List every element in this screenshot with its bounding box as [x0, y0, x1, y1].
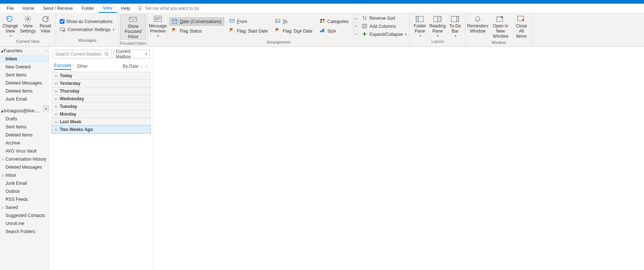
tab-help[interactable]: Help [117, 4, 135, 12]
chevron-down-icon: ◢ [1, 109, 3, 113]
date-group-header[interactable]: ▷Two Weeks Ago [51, 125, 151, 134]
flag-icon [229, 28, 235, 34]
arrange-flag-due-button[interactable]: Flag: Due Date [273, 27, 315, 35]
show-focused-inbox-label: Show Focused Inbox [121, 24, 145, 39]
chevron-down-icon: ▾ [145, 52, 147, 56]
group-window: Reminders Window Open in New Window Clos… [466, 13, 532, 46]
date-group-label: Yesterday [60, 81, 81, 86]
reminders-window-button[interactable]: Reminders Window [467, 14, 488, 39]
folder-scroll-up[interactable]: ▲ [43, 105, 49, 111]
search-input[interactable]: Search Current Mailbox [53, 50, 112, 59]
folder-item[interactable]: ▷Conversation History [0, 155, 49, 163]
folder-item[interactable]: ▷Saved [0, 203, 49, 211]
folder-item[interactable]: RSS Feeds [0, 195, 49, 203]
folder-item[interactable]: ▷Inbox [0, 171, 49, 179]
folder-item-label: Drafts [5, 116, 17, 121]
from-icon [229, 19, 235, 25]
arrange-from-button[interactable]: From [227, 18, 270, 26]
favorites-item[interactable]: Junk Email [0, 95, 49, 103]
account-header[interactable]: ◢triciagoss@live.... [0, 107, 49, 115]
date-group-header[interactable]: ▷Last Week [51, 118, 151, 126]
arrange-flag-status-button[interactable]: Flag Status [170, 27, 224, 35]
arrange-to-button[interactable]: To [273, 18, 315, 26]
reverse-sort-icon [362, 15, 368, 21]
message-preview-button[interactable]: Message Preview▾ [148, 14, 168, 38]
folder-item[interactable]: Junk Email [0, 179, 49, 187]
date-group-header[interactable]: ▷Today [51, 72, 151, 80]
focused-tab[interactable]: Focused [54, 63, 71, 70]
arrangement-gallery-scroll[interactable]: ▲ ▼ ▾ [353, 14, 358, 38]
svg-rect-13 [320, 19, 322, 20]
tab-file[interactable]: File [2, 4, 18, 12]
date-group-label: Last Week [60, 119, 81, 124]
date-group-header[interactable]: ▷Thursday [51, 87, 151, 95]
reverse-sort-button[interactable]: Reverse Sort [360, 14, 410, 22]
scroll-up-icon[interactable]: ▲ [354, 15, 358, 23]
show-focused-inbox-button[interactable]: Show Focused Inbox [120, 14, 146, 40]
folder-item[interactable]: AVG Virus Vault [0, 147, 49, 155]
scroll-more-icon[interactable]: ▾ [354, 30, 358, 38]
chevron-right-icon: ▷ [55, 74, 58, 78]
arrange-categories-button[interactable]: Categories [318, 18, 351, 26]
tab-view[interactable]: View [99, 4, 117, 13]
change-view-button[interactable]: Change View▾ [1, 14, 19, 38]
favorites-header[interactable]: ◢Favorites [0, 47, 49, 55]
folder-item[interactable]: Drafts [0, 115, 49, 123]
show-as-conversations-input[interactable] [60, 19, 64, 24]
workspace: ‹ ◢Favorites InboxNew DeletedSent ItemsD… [0, 47, 644, 270]
chevron-right-icon: ▷ [55, 97, 58, 101]
favorites-item[interactable]: Sent Items [0, 71, 49, 79]
chevron-right-icon: ▷ [2, 174, 5, 177]
arrange-size-button[interactable]: Size [318, 27, 351, 35]
flag-icon [275, 28, 281, 34]
folder-item[interactable]: Search Folders [0, 228, 49, 236]
chevron-right-icon: ▷ [2, 158, 5, 161]
date-group-header[interactable]: ▷Yesterday [51, 79, 151, 87]
other-tab[interactable]: Other [77, 64, 88, 69]
folder-item[interactable]: Unroll.me [0, 220, 49, 228]
scroll-down-icon[interactable]: ▼ [354, 23, 358, 31]
sort-by-button[interactable]: By Date ⌄ [123, 64, 143, 69]
folder-pane: ‹ ◢Favorites InboxNew DeletedSent ItemsD… [0, 47, 49, 270]
arrange-flag-start-button[interactable]: Flag: Start Date [227, 27, 270, 35]
tab-send-receive[interactable]: Send / Receive [38, 4, 77, 12]
folder-item[interactable]: Archive [0, 139, 49, 147]
reading-pane-button[interactable]: Reading Pane▾ [429, 14, 446, 38]
tab-folder[interactable]: Folder [77, 4, 99, 12]
folder-item[interactable]: Deleted Items [0, 131, 49, 139]
show-as-conversations-checkbox[interactable]: Show as Conversations [58, 18, 117, 26]
folder-item[interactable]: Sent Items [0, 123, 49, 131]
folder-item-label: RSS Feeds [5, 197, 28, 202]
focused-inbox-icon [129, 15, 137, 23]
date-group-header[interactable]: ▷Wednesday [51, 95, 151, 103]
search-scope-dropdown[interactable]: Current Mailbox ▾ [113, 50, 150, 59]
sort-direction-button[interactable]: ↓ [145, 64, 148, 69]
arrange-date-button[interactable]: DDate (Conversations)ate (Conversations) [170, 18, 224, 26]
collapse-folder-pane-button[interactable]: ‹ [46, 48, 47, 53]
close-all-items-button[interactable]: Close All Items [512, 14, 530, 39]
date-group-header[interactable]: ▷Tuesday [51, 102, 151, 110]
todo-bar-button[interactable]: To-Do Bar▾ [446, 14, 464, 38]
favorites-item[interactable]: Deleted Items [0, 87, 49, 95]
tell-me-box[interactable]: Tell me what you want to do [137, 6, 199, 11]
date-group-header[interactable]: ▷Monday [51, 110, 151, 118]
favorites-item[interactable]: Deleted Messages [0, 79, 49, 87]
reset-view-button[interactable]: Reset View [37, 14, 54, 38]
conversation-settings-button[interactable]: Conversation Settings▾ [58, 26, 117, 34]
expand-collapse-button[interactable]: Expand/Collapse▾ [360, 30, 410, 38]
favorites-item[interactable]: Inbox [0, 55, 49, 63]
svg-rect-20 [362, 24, 367, 28]
folder-item[interactable]: Suggested Contacts [0, 211, 49, 220]
change-view-label: Change View [2, 24, 18, 34]
folder-item[interactable]: Outbox [0, 187, 49, 195]
group-title-window: Window [466, 40, 532, 46]
favorites-item[interactable]: New Deleted [0, 63, 49, 71]
folder-item[interactable]: Deleted Messages [0, 163, 49, 171]
view-settings-button[interactable]: View Settings [19, 14, 37, 38]
tab-home[interactable]: Home [18, 4, 38, 12]
date-group-label: Monday [60, 112, 76, 117]
folder-pane-button[interactable]: Folder Pane▾ [411, 14, 429, 38]
open-in-new-window-button[interactable]: Open in New Window [488, 14, 512, 39]
chevron-down-icon: ◢ [1, 49, 3, 53]
add-columns-button[interactable]: Add Columns [360, 22, 410, 30]
